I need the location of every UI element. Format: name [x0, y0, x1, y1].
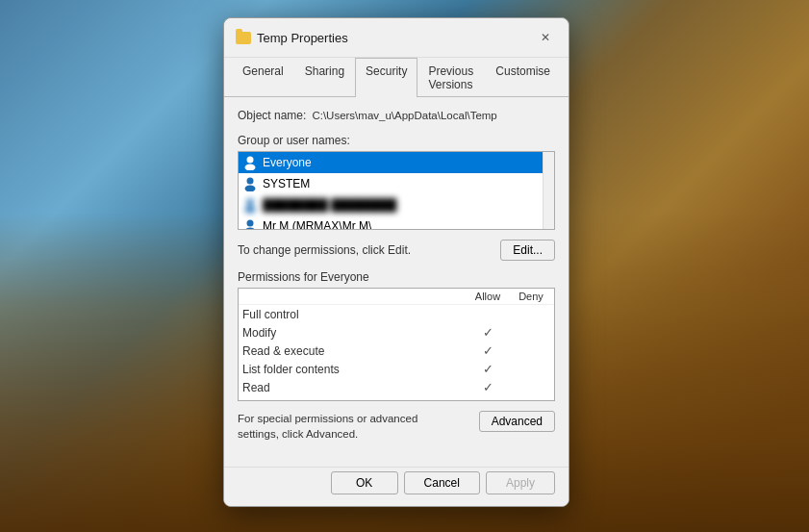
edit-button[interactable]: Edit...: [500, 240, 555, 261]
perm-allow-read: ✓: [464, 380, 512, 394]
perm-label-write: Write: [242, 399, 464, 402]
tab-general[interactable]: General: [232, 58, 294, 97]
group-label: Group or user names:: [238, 134, 555, 147]
object-name-label: Object name:: [238, 109, 306, 122]
perm-label-read: Read: [242, 381, 464, 394]
user-item-everyone[interactable]: Everyone: [239, 152, 554, 173]
permissions-section: Permissions for Everyone Allow Deny Full…: [238, 270, 555, 401]
permissions-column-headers: Allow Deny: [239, 289, 554, 305]
properties-dialog: Temp Properties ✕ General Sharing Securi…: [223, 17, 569, 507]
user-icon-everyone: [242, 155, 258, 170]
tab-customise[interactable]: Customise: [485, 58, 561, 97]
svg-point-2: [247, 178, 254, 185]
perm-col-deny: Deny: [512, 291, 550, 302]
perm-label-modify: Modify: [242, 326, 464, 340]
tab-previous-versions[interactable]: Previous Versions: [417, 58, 485, 97]
svg-point-5: [245, 207, 256, 214]
user-icon-blurred: [242, 197, 258, 213]
object-name-row: Object name: C:\Users\mav_u\AppData\Loca…: [238, 109, 555, 122]
advanced-hint: For special permissions or advanced sett…: [238, 411, 430, 442]
svg-point-7: [245, 228, 256, 231]
tab-security[interactable]: Security: [355, 58, 417, 97]
advanced-button[interactable]: Advanced: [479, 411, 555, 432]
perm-row-fullcontrol: Full control: [239, 305, 554, 323]
perm-row-readexecute: Read & execute ✓: [239, 342, 554, 360]
dialog-title: Temp Properties: [257, 31, 348, 45]
advanced-row: For special permissions or advanced sett…: [238, 411, 555, 442]
perm-label-listfolder: List folder contents: [242, 363, 464, 376]
user-name-system: SYSTEM: [263, 177, 310, 190]
svg-point-6: [247, 220, 254, 227]
object-name-value: C:\Users\mav_u\AppData\Local\Temp: [312, 110, 496, 121]
perm-allow-write: ✓: [464, 398, 512, 401]
users-scrollbar[interactable]: [543, 152, 554, 229]
perm-col-name: [242, 291, 464, 302]
user-item-blurred[interactable]: ████████ ████████: [239, 194, 554, 215]
user-name-everyone: Everyone: [263, 156, 312, 169]
tab-sharing[interactable]: Sharing: [294, 58, 355, 97]
dialog-buttons: OK Cancel Apply: [224, 467, 569, 506]
perm-row-listfolder: List folder contents ✓: [239, 360, 554, 378]
perm-allow-readexecute: ✓: [464, 343, 512, 358]
edit-hint: To change permissions, click Edit.: [238, 243, 411, 257]
dialog-content: Object name: C:\Users\mav_u\AppData\Loca…: [224, 97, 569, 467]
perm-col-allow: Allow: [464, 291, 512, 302]
user-name-blurred: ████████ ████████: [263, 198, 396, 212]
svg-point-1: [245, 165, 256, 171]
close-button[interactable]: ✕: [534, 26, 557, 49]
permissions-table: Allow Deny Full control Modify ✓ Read & …: [238, 288, 555, 401]
title-bar-left: Temp Properties: [236, 31, 348, 45]
user-name-mrm: Mr M (MRMAX\Mr M\: [263, 219, 371, 230]
perm-label-readexecute: Read & execute: [242, 344, 464, 358]
ok-button[interactable]: OK: [331, 471, 398, 494]
perm-label-fullcontrol: Full control: [242, 308, 464, 321]
svg-point-4: [247, 199, 254, 206]
tabs-bar: General Sharing Security Previous Versio…: [224, 58, 569, 97]
permissions-header: Permissions for Everyone: [238, 270, 555, 284]
svg-point-0: [247, 157, 254, 164]
cancel-button[interactable]: Cancel: [404, 471, 480, 494]
user-item-system[interactable]: SYSTEM: [239, 173, 554, 194]
svg-point-3: [245, 186, 256, 192]
perm-row-modify: Modify ✓: [239, 323, 554, 342]
perm-allow-modify: ✓: [464, 325, 512, 340]
perm-allow-listfolder: ✓: [464, 362, 512, 376]
folder-icon: [236, 32, 251, 44]
apply-button[interactable]: Apply: [486, 471, 555, 494]
perm-row-read: Read ✓: [239, 378, 554, 396]
user-item-mrm[interactable]: Mr M (MRMAX\Mr M\: [239, 215, 554, 230]
perm-row-write: Write ✓: [239, 396, 554, 401]
title-bar: Temp Properties ✕: [224, 18, 569, 58]
edit-row: To change permissions, click Edit. Edit.…: [238, 240, 555, 261]
users-list[interactable]: Everyone SYSTEM ████████ ████████: [238, 151, 555, 230]
user-icon-mrm: [242, 218, 258, 230]
user-icon-system: [242, 176, 258, 191]
